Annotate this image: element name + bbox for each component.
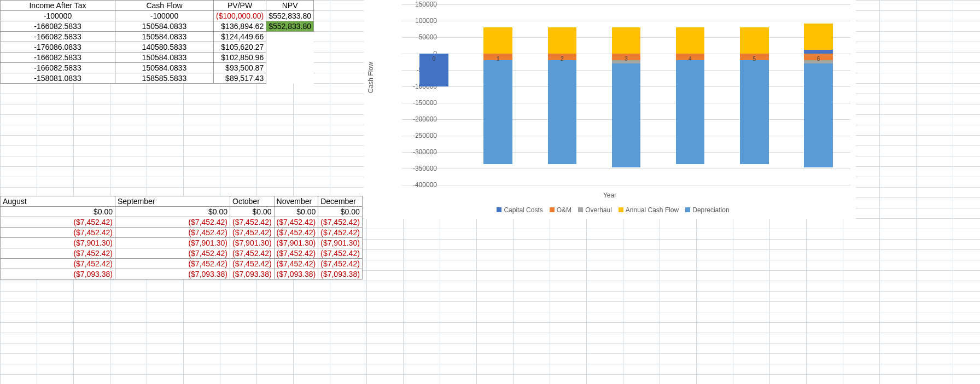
legend-swatch bbox=[619, 207, 623, 212]
npv-cell[interactable] bbox=[266, 73, 314, 84]
npv-cell[interactable] bbox=[266, 53, 314, 63]
npv-cell[interactable]: $89,517.43 bbox=[214, 73, 266, 84]
chart-bar bbox=[740, 27, 769, 54]
month-cell[interactable]: ($7,452.42) bbox=[1, 217, 115, 228]
npv-header-1[interactable]: Cash Flow bbox=[115, 1, 214, 11]
npv-cell[interactable]: ($100,000.00) bbox=[214, 11, 266, 21]
month-cell[interactable]: ($7,452.42) bbox=[274, 217, 318, 228]
npv-cell[interactable]: -166082.5833 bbox=[1, 53, 115, 63]
chart-bar bbox=[804, 63, 833, 167]
chart-bar bbox=[483, 60, 512, 164]
npv-cell[interactable]: 150584.0833 bbox=[115, 32, 214, 42]
month-cell[interactable]: ($7,901.30) bbox=[230, 238, 275, 248]
npv-cell[interactable]: -166082.5833 bbox=[1, 32, 115, 42]
chart-bar bbox=[612, 27, 641, 54]
npv-cell[interactable]: $552,833.80 bbox=[266, 21, 314, 32]
chart-bar bbox=[548, 60, 577, 164]
month-header-4[interactable]: December bbox=[318, 196, 363, 207]
month-cell[interactable]: ($7,452.42) bbox=[318, 248, 363, 259]
month-cell[interactable]: $0.00 bbox=[1, 207, 115, 217]
month-cell[interactable]: ($7,452.42) bbox=[115, 248, 230, 259]
monthly-table[interactable]: AugustSeptemberOctoberNovemberDecember$0… bbox=[0, 196, 363, 280]
month-cell[interactable]: ($7,452.42) bbox=[115, 228, 230, 238]
month-cell[interactable]: $0.00 bbox=[115, 207, 230, 217]
chart-gridline bbox=[402, 4, 850, 5]
npv-cell[interactable]: $552,833.80 bbox=[266, 11, 314, 21]
month-header-1[interactable]: September bbox=[115, 196, 230, 207]
legend-swatch bbox=[685, 207, 690, 212]
npv-cell[interactable]: 150584.0833 bbox=[115, 53, 214, 63]
worksheet[interactable]: Income After TaxCash FlowPV/PWNPV-100000… bbox=[0, 0, 980, 384]
legend-label: Annual Cash Flow bbox=[626, 206, 679, 214]
month-cell[interactable]: $0.00 bbox=[274, 207, 318, 217]
chart-bar bbox=[676, 60, 705, 164]
npv-cell[interactable]: $124,449.66 bbox=[214, 32, 266, 42]
npv-cell[interactable]: -176086.0833 bbox=[1, 42, 115, 53]
month-cell[interactable]: ($7,452.42) bbox=[318, 217, 363, 228]
month-cell[interactable]: ($7,093.38) bbox=[115, 269, 230, 280]
month-cell[interactable]: ($7,452.42) bbox=[1, 248, 115, 259]
month-cell[interactable]: ($7,093.38) bbox=[1, 269, 115, 280]
chart-bar bbox=[676, 27, 705, 54]
chart-bar bbox=[740, 60, 769, 164]
month-cell[interactable]: ($7,093.38) bbox=[230, 269, 275, 280]
chart-data-label: 0 bbox=[429, 56, 440, 62]
month-cell[interactable]: ($7,452.42) bbox=[230, 228, 275, 238]
month-cell[interactable]: ($7,452.42) bbox=[274, 259, 318, 269]
legend-swatch bbox=[497, 207, 501, 212]
chart-ytick: -150000 bbox=[404, 99, 437, 107]
npv-cell[interactable]: -100000 bbox=[115, 11, 214, 21]
month-header-0[interactable]: August bbox=[1, 196, 115, 207]
npv-cell[interactable]: $102,850.96 bbox=[214, 53, 266, 63]
npv-cell[interactable]: -100000 bbox=[1, 11, 115, 21]
npv-cell[interactable]: 150584.0833 bbox=[115, 63, 214, 73]
month-cell[interactable]: ($7,452.42) bbox=[1, 228, 115, 238]
npv-cell[interactable]: $93,500.87 bbox=[214, 63, 266, 73]
npv-cell[interactable] bbox=[266, 32, 314, 42]
npv-table[interactable]: Income After TaxCash FlowPV/PWNPV-100000… bbox=[0, 0, 314, 84]
month-header-3[interactable]: November bbox=[274, 196, 318, 207]
npv-cell[interactable] bbox=[266, 63, 314, 73]
npv-cell[interactable]: -166082.5833 bbox=[1, 21, 115, 32]
month-cell[interactable]: $0.00 bbox=[230, 207, 275, 217]
month-cell[interactable]: ($7,452.42) bbox=[230, 259, 275, 269]
month-cell[interactable]: ($7,901.30) bbox=[115, 238, 230, 248]
month-cell[interactable]: $0.00 bbox=[318, 207, 363, 217]
chart-gridline bbox=[402, 168, 850, 169]
chart-bar bbox=[548, 27, 577, 54]
npv-header-3[interactable]: NPV bbox=[266, 1, 314, 11]
npv-cell[interactable]: $136,894.62 bbox=[214, 21, 266, 32]
npv-cell[interactable]: $105,620.27 bbox=[214, 42, 266, 53]
month-cell[interactable]: ($7,901.30) bbox=[318, 238, 363, 248]
month-header-2[interactable]: October bbox=[230, 196, 275, 207]
npv-header-0[interactable]: Income After Tax bbox=[1, 1, 115, 11]
month-cell[interactable]: ($7,452.42) bbox=[230, 248, 275, 259]
month-cell[interactable]: ($7,901.30) bbox=[1, 238, 115, 248]
month-cell[interactable]: ($7,452.42) bbox=[230, 217, 275, 228]
month-cell[interactable]: ($7,452.42) bbox=[115, 217, 230, 228]
chart-data-label: 5 bbox=[749, 56, 760, 62]
month-cell[interactable]: ($7,452.42) bbox=[318, 228, 363, 238]
y-axis-title: Cash Flow bbox=[367, 62, 375, 93]
month-cell[interactable]: ($7,452.42) bbox=[318, 259, 363, 269]
month-cell[interactable]: ($7,452.42) bbox=[274, 248, 318, 259]
month-cell[interactable]: ($7,093.38) bbox=[318, 269, 363, 280]
month-cell[interactable]: ($7,452.42) bbox=[274, 228, 318, 238]
npv-cell[interactable] bbox=[266, 42, 314, 53]
chart-ytick: -250000 bbox=[404, 132, 437, 139]
month-cell[interactable]: ($7,093.38) bbox=[274, 269, 318, 280]
npv-cell[interactable]: 158585.5833 bbox=[115, 73, 214, 84]
month-cell[interactable]: ($7,901.30) bbox=[274, 238, 318, 248]
npv-cell[interactable]: -166082.5833 bbox=[1, 63, 115, 73]
chart-ytick: 50000 bbox=[404, 33, 437, 41]
cashflow-chart[interactable]: -400000-350000-300000-250000-200000-1500… bbox=[364, 0, 856, 219]
month-cell[interactable]: ($7,452.42) bbox=[1, 259, 115, 269]
month-cell[interactable]: ($7,452.42) bbox=[115, 259, 230, 269]
npv-header-2[interactable]: PV/PW bbox=[214, 1, 266, 11]
chart-bar bbox=[804, 50, 833, 54]
npv-cell[interactable]: 140580.5833 bbox=[115, 42, 214, 53]
npv-cell[interactable]: -158081.0833 bbox=[1, 73, 115, 84]
chart-data-label: 1 bbox=[493, 56, 504, 62]
chart-data-label: 6 bbox=[813, 56, 824, 62]
npv-cell[interactable]: 150584.0833 bbox=[115, 21, 214, 32]
